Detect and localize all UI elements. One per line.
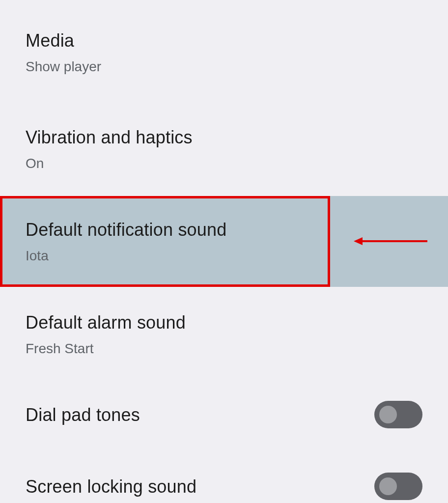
- toggle-knob: [379, 406, 397, 423]
- settings-item-subtitle: Fresh Start: [26, 340, 186, 357]
- settings-item-media[interactable]: Media Show player: [0, 15, 448, 90]
- settings-list: Media Show player Vibration and haptics …: [0, 0, 448, 503]
- screen-locking-sound-toggle[interactable]: [374, 473, 422, 500]
- settings-item-default-alarm-sound[interactable]: Default alarm sound Fresh Start: [0, 297, 448, 372]
- settings-item-title: Default alarm sound: [26, 311, 186, 334]
- settings-item-title: Default notification sound: [26, 219, 226, 241]
- settings-item-vibration-haptics[interactable]: Vibration and haptics On: [0, 112, 448, 187]
- annotation-arrow-icon: [354, 235, 427, 247]
- settings-item-title: Dial pad tones: [26, 404, 140, 426]
- settings-item-dial-pad-tones[interactable]: Dial pad tones: [0, 386, 448, 443]
- toggle-knob: [379, 477, 397, 495]
- settings-item-subtitle: Iota: [26, 248, 226, 264]
- settings-item-title: Vibration and haptics: [26, 126, 193, 148]
- settings-item-title: Screen locking sound: [26, 475, 196, 498]
- settings-item-subtitle: Show player: [26, 58, 101, 75]
- svg-marker-1: [354, 237, 363, 245]
- settings-item-default-notification-sound[interactable]: Default notification sound Iota: [0, 196, 448, 287]
- settings-item-title: Media: [26, 29, 101, 52]
- settings-item-screen-locking-sound[interactable]: Screen locking sound: [0, 458, 448, 503]
- settings-item-subtitle: On: [26, 155, 193, 172]
- dial-pad-tones-toggle[interactable]: [374, 401, 422, 428]
